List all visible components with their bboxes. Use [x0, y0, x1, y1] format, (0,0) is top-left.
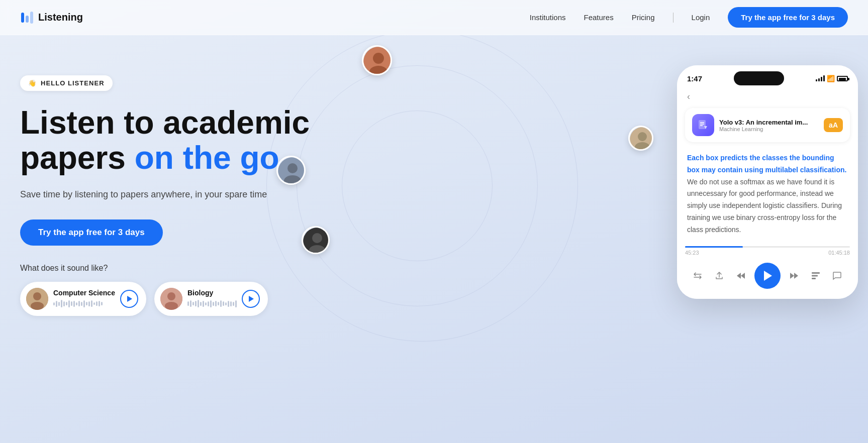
phone-reading-content: Each box predicts the classes the boundi… [677, 146, 858, 242]
waveform-bio [187, 299, 237, 309]
svg-point-10 [373, 53, 384, 64]
badge-text: HELLO LISTENER [41, 79, 105, 87]
phone-status-icons: 📶 [816, 75, 848, 82]
play-btn-cs[interactable] [120, 290, 138, 308]
hero-section: 👋 HELLO LISTENER Listen to academic pape… [0, 35, 868, 443]
audio-title-bio: Biology [187, 289, 237, 297]
share-icon[interactable] [711, 268, 727, 284]
phone-paper-card: Yolo v3: An incremental im... Machine Le… [685, 108, 850, 142]
logo-text: Listening [38, 12, 83, 23]
navbar: Listening Institutions Features Pricing … [0, 0, 868, 35]
avatar-bio [160, 288, 182, 310]
phone-timestamps: 45:23 01:45:18 [677, 248, 858, 258]
nav-pricing[interactable]: Pricing [632, 13, 655, 22]
play-icon-bio [249, 296, 254, 302]
audio-title-cs: Computer Science [53, 289, 115, 297]
chapters-icon[interactable] [808, 268, 824, 284]
play-icon-cs [127, 296, 132, 302]
phone-controls [677, 258, 858, 299]
hero-title-line2-normal: papers [20, 140, 135, 176]
svg-rect-0 [21, 13, 24, 23]
badge-emoji: 👋 [28, 79, 37, 87]
hero-title-highlight: on the go [135, 140, 279, 176]
phone-time: 1:47 [687, 74, 702, 83]
nav-divider [673, 13, 673, 23]
nav-links: Institutions Features Pricing Login Try … [530, 7, 848, 28]
phone-mockup: 1:47 📶 ‹ [677, 65, 858, 299]
phone-text-blue: Each box predicts the classes the boundi… [687, 154, 846, 174]
svg-point-19 [638, 132, 647, 141]
circles-decoration [292, 35, 643, 387]
skip-forward-icon[interactable] [786, 268, 802, 284]
comments-icon[interactable] [829, 268, 845, 284]
logo[interactable]: Listening [20, 11, 83, 25]
logo-icon [20, 11, 34, 25]
play-btn-bio[interactable] [242, 290, 260, 308]
play-icon-main [764, 271, 772, 281]
hero-subtitle: Save time by listening to papers anywher… [20, 188, 332, 201]
svg-rect-2 [30, 12, 33, 24]
sound-label: What does it sound like? [20, 264, 332, 273]
timestamp-current: 45:23 [685, 250, 699, 256]
paper-info: Yolo v3: An incremental im... Machine Le… [719, 119, 819, 132]
timestamp-total: 01:45:18 [828, 250, 850, 256]
svg-marker-27 [741, 273, 745, 279]
svg-rect-1 [26, 16, 29, 23]
repeat-icon[interactable] [690, 268, 706, 284]
font-size-button[interactable]: aA [824, 118, 843, 132]
battery-icon [837, 76, 848, 81]
phone-status-bar: 1:47 📶 [677, 65, 858, 89]
svg-rect-32 [812, 278, 816, 279]
nav-institutions[interactable]: Institutions [530, 13, 566, 22]
play-pause-button[interactable] [754, 263, 781, 289]
svg-marker-29 [794, 273, 798, 279]
svg-point-7 [167, 292, 175, 300]
hero-title-line1: Listen to academic [20, 104, 310, 141]
svg-rect-30 [812, 272, 820, 274]
phone-text-regular: We do not use a softmax as we have found… [687, 178, 842, 234]
hero-right: 1:47 📶 ‹ [332, 65, 848, 443]
audio-card-bio: Biology [154, 282, 268, 316]
avatar-cs [26, 288, 48, 310]
phone-back-arrow[interactable]: ‹ [677, 89, 858, 104]
audio-cards: Computer Science [20, 282, 332, 316]
svg-marker-28 [790, 273, 794, 279]
audio-card-cs: Computer Science [20, 282, 146, 316]
svg-rect-21 [699, 120, 706, 129]
phone-dynamic-island [734, 71, 784, 85]
audio-info-bio: Biology [187, 289, 237, 309]
nav-login[interactable]: Login [692, 13, 710, 22]
svg-point-4 [33, 292, 41, 300]
float-avatar-4 [628, 126, 653, 151]
paper-icon [692, 114, 714, 136]
svg-point-5 [31, 302, 44, 310]
wifi-icon: 📶 [827, 75, 835, 82]
hero-title: Listen to academic papers on the go [20, 105, 332, 176]
waveform-cs [53, 299, 115, 309]
hello-badge: 👋 HELLO LISTENER [20, 75, 113, 91]
nav-cta-button[interactable]: Try the app free for 3 days [728, 7, 848, 28]
float-avatar-1 [362, 45, 392, 75]
paper-name: Yolo v3: An incremental im... [719, 119, 819, 126]
svg-rect-31 [812, 275, 818, 276]
skip-back-icon[interactable] [733, 268, 749, 284]
nav-features[interactable]: Features [584, 13, 614, 22]
hero-left: 👋 HELLO LISTENER Listen to academic pape… [20, 65, 332, 443]
hero-cta-button[interactable]: Try the app free for 3 days [20, 219, 163, 246]
phone-text: Each box predicts the classes the boundi… [687, 152, 848, 236]
paper-category: Machine Learning [719, 126, 819, 132]
svg-point-8 [165, 302, 178, 310]
svg-marker-26 [737, 273, 741, 279]
signal-bars-icon [816, 75, 825, 81]
audio-info-cs: Computer Science [53, 289, 115, 309]
